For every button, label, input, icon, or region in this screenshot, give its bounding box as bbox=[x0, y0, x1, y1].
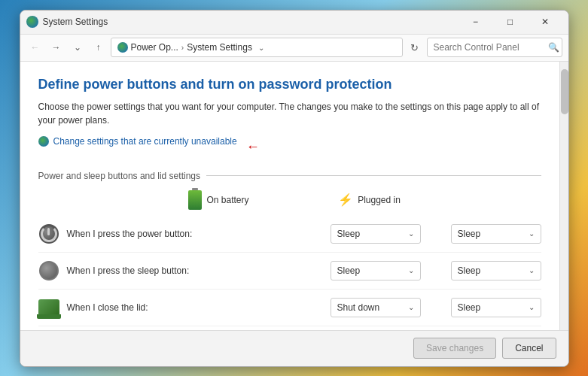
title-bar-buttons: − □ ✕ bbox=[459, 10, 562, 34]
address-bar: ← → ⌄ ↑ Power Op... › System Settings ⌄ … bbox=[20, 35, 568, 62]
settings-link-text: Change settings that are currently unava… bbox=[53, 136, 237, 147]
path-chevron: › bbox=[181, 44, 184, 52]
plug-icon: ⚡ bbox=[338, 193, 353, 207]
sleep-icon bbox=[38, 260, 59, 281]
search-container: 🔍 bbox=[427, 38, 562, 57]
address-path[interactable]: Power Op... › System Settings ⌄ bbox=[111, 38, 403, 57]
path-part1: Power Op... bbox=[131, 42, 178, 53]
dropdown-arrow-5: ⌄ bbox=[408, 303, 414, 311]
path-dropdown-arrow[interactable]: ⌄ bbox=[258, 44, 264, 52]
lid-icon-container bbox=[38, 297, 59, 318]
power-button-row: When I press the power button: Sleep ⌄ S… bbox=[38, 216, 541, 253]
plugged-in-header: ⚡ Plugged in bbox=[324, 193, 415, 207]
battery-icon bbox=[188, 190, 202, 210]
search-icon-button[interactable]: 🔍 bbox=[548, 42, 559, 53]
power-button-icon bbox=[39, 224, 59, 244]
dropdown-arrow-4: ⌄ bbox=[529, 266, 535, 274]
dropdown-arrow-6: ⌄ bbox=[529, 303, 535, 311]
lid-label: When I close the lid: bbox=[67, 302, 331, 313]
minimize-button[interactable]: − bbox=[459, 10, 493, 34]
address-icon bbox=[117, 42, 128, 53]
settings-link-icon bbox=[38, 136, 49, 147]
main-content: Define power buttons and turn on passwor… bbox=[20, 62, 559, 330]
path-part2: System Settings bbox=[187, 42, 252, 53]
power-on-battery-dropdown[interactable]: Sleep ⌄ bbox=[331, 224, 421, 244]
bottom-bar: Save changes Cancel bbox=[20, 330, 568, 366]
refresh-button[interactable]: ↻ bbox=[406, 38, 424, 56]
title-bar: System Settings − □ ✕ bbox=[20, 11, 568, 35]
recent-button[interactable]: ⌄ bbox=[69, 38, 87, 56]
forward-button[interactable]: → bbox=[47, 38, 66, 56]
title-bar-text: System Settings bbox=[43, 17, 459, 27]
sleep-plugged-dropdown[interactable]: Sleep ⌄ bbox=[451, 261, 541, 280]
content-area: Define power buttons and turn on passwor… bbox=[20, 62, 568, 330]
dropdown-arrow-2: ⌄ bbox=[529, 229, 535, 238]
change-settings-link[interactable]: Change settings that are currently unava… bbox=[38, 136, 237, 147]
sleep-button-icon bbox=[39, 261, 59, 280]
search-input[interactable] bbox=[427, 38, 562, 57]
red-arrow-indicator: ← bbox=[246, 139, 260, 155]
back-button[interactable]: ← bbox=[26, 38, 44, 56]
maximize-button[interactable]: □ bbox=[493, 10, 528, 34]
lid-plugged-dropdown[interactable]: Sleep ⌄ bbox=[451, 298, 541, 317]
sleep-on-battery-dropdown[interactable]: Sleep ⌄ bbox=[331, 261, 421, 280]
dropdown-arrow-3: ⌄ bbox=[408, 266, 414, 274]
lid-row: When I close the lid: Shut down ⌄ Sleep … bbox=[38, 290, 541, 326]
up-button[interactable]: ↑ bbox=[90, 38, 108, 56]
column-headers: On battery ⚡ Plugged in bbox=[38, 190, 541, 216]
power-button-label: When I press the power button: bbox=[67, 229, 331, 239]
page-description: Choose the power settings that you want … bbox=[38, 100, 541, 127]
cancel-button[interactable]: Cancel bbox=[502, 338, 556, 359]
dropdown-arrow: ⌄ bbox=[408, 229, 414, 238]
scrollbar-track[interactable] bbox=[559, 62, 568, 330]
power-plugged-dropdown[interactable]: Sleep ⌄ bbox=[451, 224, 541, 244]
power-sleep-section-header: Power and sleep buttons and lid settings bbox=[38, 171, 541, 181]
page-title: Define power buttons and turn on passwor… bbox=[38, 77, 541, 92]
sleep-button-label: When I press the sleep button: bbox=[67, 265, 331, 276]
power-icon bbox=[38, 223, 59, 244]
close-button[interactable]: ✕ bbox=[528, 10, 562, 34]
lid-on-battery-dropdown[interactable]: Shut down ⌄ bbox=[331, 298, 421, 317]
title-bar-icon bbox=[26, 16, 38, 28]
save-changes-button[interactable]: Save changes bbox=[413, 338, 496, 359]
sleep-button-row: When I press the sleep button: Sleep ⌄ S… bbox=[38, 253, 541, 290]
system-settings-window: System Settings − □ ✕ ← → ⌄ ↑ Power Op..… bbox=[20, 10, 569, 367]
scrollbar-thumb[interactable] bbox=[561, 69, 568, 114]
on-battery-header: On battery bbox=[174, 190, 264, 210]
